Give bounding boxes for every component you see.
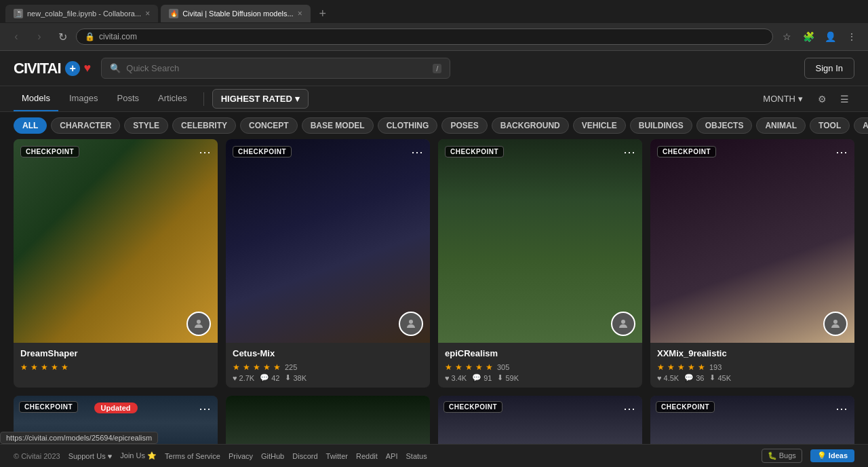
bugs-button[interactable]: 🐛 Bugs xyxy=(762,449,802,463)
lock-icon: 🔒 xyxy=(85,32,95,41)
cat-vehicle[interactable]: VEHICLE xyxy=(573,117,626,134)
cat-objects[interactable]: OBJECTS xyxy=(696,117,753,134)
cat-background[interactable]: BACKGROUND xyxy=(492,117,569,134)
card-menu-xxmix[interactable]: ⋯ xyxy=(835,146,848,158)
comment-icon-xxmix: 💬 xyxy=(684,373,694,382)
card-stars-epic-realism: ★ ★ ★ ★ ★ 305 xyxy=(445,362,635,372)
filter-button[interactable]: HIGHEST RATED ▾ xyxy=(212,89,309,109)
bottom-menu-3[interactable]: ⋯ xyxy=(623,403,635,415)
api-link[interactable]: API xyxy=(386,452,398,460)
cat-poses[interactable]: POSES xyxy=(441,117,487,134)
bookmark-button[interactable]: ☆ xyxy=(777,27,796,46)
cat-all[interactable]: ALL xyxy=(14,117,47,134)
profile-button[interactable]: 👤 xyxy=(821,27,840,46)
join-us-link[interactable]: Join Us ⭐ xyxy=(120,451,157,460)
logo-heart-icon[interactable]: ♥ xyxy=(84,61,91,75)
svg-point-0 xyxy=(197,320,201,324)
cat-character[interactable]: CHARACTER xyxy=(51,117,120,134)
tab-1-favicon: 📓 xyxy=(14,9,23,18)
twitter-link[interactable]: Twitter xyxy=(326,452,348,460)
bottom-badge-3: CHECKPOINT xyxy=(443,401,502,413)
nav-models[interactable]: Models xyxy=(14,86,58,111)
cat-buildings[interactable]: BUILDINGS xyxy=(630,117,692,134)
new-tab-button[interactable]: + xyxy=(313,4,332,23)
cat-concept[interactable]: CONCEPT xyxy=(240,117,298,134)
card-info-cetus-mix: Cetus-Mix ★ ★ ★ ★ ★ 225 ♥ 2.7K 💬 xyxy=(226,343,430,388)
extension-button[interactable]: 🧩 xyxy=(799,27,818,46)
card-menu-epic-realism[interactable]: ⋯ xyxy=(623,146,635,158)
period-chevron-icon: ▾ xyxy=(798,94,803,104)
search-bar[interactable]: 🔍 / xyxy=(101,58,450,79)
svg-point-3 xyxy=(833,320,837,324)
card-stars-dream-shaper: ★ ★ ★ ★ ★ xyxy=(20,362,211,372)
terms-link[interactable]: Terms of Service xyxy=(165,452,220,460)
filter-icon-button[interactable]: ⚙ xyxy=(812,91,832,107)
card-dream-shaper[interactable]: CHECKPOINT ⋯ DreamShaper ★ ★ ★ ★ ★ xyxy=(14,139,218,388)
discord-link[interactable]: Discord xyxy=(292,452,317,460)
card-badge-dream-shaper: CHECKPOINT xyxy=(20,146,79,157)
tab-1[interactable]: 📓 new_colab_file.ipynb - Collabora... × xyxy=(5,5,158,22)
address-bar[interactable]: 🔒 civitai.com xyxy=(76,29,773,45)
reddit-link[interactable]: Reddit xyxy=(356,452,378,460)
heart-icon-epic: ♥ xyxy=(445,374,450,382)
nav-articles[interactable]: Articles xyxy=(150,86,195,111)
logo-plus-button[interactable]: + xyxy=(65,61,80,76)
card-epic-realism[interactable]: CHECKPOINT ⋯ epiCRealism ★ ★ ★ ★ ★ 305 xyxy=(438,139,642,388)
period-label: MONTH xyxy=(763,94,795,104)
tab-1-close[interactable]: × xyxy=(145,9,150,18)
card-img-epic-realism xyxy=(438,139,642,343)
cat-celebrity[interactable]: CELEBRITY xyxy=(172,117,236,134)
tab-2[interactable]: 🔥 Civitai | Stable Diffusion models... × xyxy=(161,5,310,22)
refresh-button[interactable]: ↻ xyxy=(53,27,72,46)
bottom-menu-4[interactable]: ⋯ xyxy=(835,403,848,415)
ideas-button[interactable]: 💡 Ideas xyxy=(810,449,854,462)
chevron-down-icon: ▾ xyxy=(295,94,300,104)
nav-images[interactable]: Images xyxy=(61,86,106,111)
card-info-dream-shaper: DreamShaper ★ ★ ★ ★ ★ xyxy=(14,343,218,377)
tab-2-favicon: 🔥 xyxy=(169,9,178,18)
card-info-xxmix: XXMix_9realistic ★ ★ ★ ★ ★ 193 ♥ 4.5K 💬 xyxy=(650,343,854,388)
card-menu-cetus-mix[interactable]: ⋯ xyxy=(411,146,423,158)
period-button[interactable]: MONTH ▾ xyxy=(756,90,810,108)
cat-tool[interactable]: TOOL xyxy=(810,117,850,134)
back-button[interactable]: ‹ xyxy=(7,27,26,46)
card-xxmix[interactable]: CHECKPOINT ⋯ XXMix_9realistic ★ ★ ★ ★ ★ … xyxy=(650,139,854,388)
more-button[interactable]: ⋮ xyxy=(842,27,861,46)
downloads-stat-cetus-mix: ⬇ 38K xyxy=(285,373,307,382)
bottom-menu-1[interactable]: ⋯ xyxy=(199,403,211,415)
nav-posts[interactable]: Posts xyxy=(109,86,148,111)
cat-animal[interactable]: ANIMAL xyxy=(756,117,806,134)
heart-icon-xxmix: ♥ xyxy=(657,374,662,382)
nav-separator xyxy=(203,92,204,106)
cat-base-model[interactable]: BASE MODEL xyxy=(302,117,374,134)
logo[interactable]: CIVITAI + ♥ xyxy=(14,60,90,77)
cat-clothing[interactable]: CLOTHING xyxy=(378,117,438,134)
card-title-xxmix: XXMix_9realistic xyxy=(657,348,848,358)
card-img-xxmix xyxy=(650,139,854,343)
forward-button[interactable]: › xyxy=(30,27,49,46)
card-stats-epic-realism: ♥ 3.4K 💬 91 ⬇ 59K xyxy=(445,373,635,382)
cat-style[interactable]: STYLE xyxy=(124,117,168,134)
avatar-cetus-mix xyxy=(399,312,423,336)
likes-stat-xxmix: ♥ 4.5K xyxy=(657,374,679,382)
sign-in-button[interactable]: Sign In xyxy=(804,58,854,79)
card-badge-epic-realism: CHECKPOINT xyxy=(445,146,504,157)
comment-icon: 💬 xyxy=(260,373,269,382)
tab-2-close[interactable]: × xyxy=(298,9,302,18)
privacy-link[interactable]: Privacy xyxy=(229,452,253,460)
search-input[interactable] xyxy=(126,63,427,73)
download-icon: ⬇ xyxy=(285,373,291,382)
cat-action[interactable]: ACTION xyxy=(854,117,868,134)
github-link[interactable]: GitHub xyxy=(261,452,284,460)
list-view-button[interactable]: ☰ xyxy=(835,91,854,107)
status-link[interactable]: Status xyxy=(406,452,427,460)
tab-bar: 📓 new_colab_file.ipynb - Collabora... × … xyxy=(0,0,868,23)
support-us-link[interactable]: Support Us ♥ xyxy=(68,452,113,460)
card-menu-dream-shaper[interactable]: ⋯ xyxy=(199,146,211,158)
sub-nav: Models Images Posts Articles HIGHEST RAT… xyxy=(0,86,868,112)
downloads-stat-epic-realism: ⬇ 59K xyxy=(497,373,519,382)
search-kbd: / xyxy=(433,64,441,73)
avatar-epic-realism xyxy=(611,312,635,336)
card-cetus-mix[interactable]: CHECKPOINT ⋯ Cetus-Mix ★ ★ ★ ★ ★ 225 xyxy=(226,139,430,388)
comments-stat-epic-realism: 💬 91 xyxy=(472,373,492,382)
